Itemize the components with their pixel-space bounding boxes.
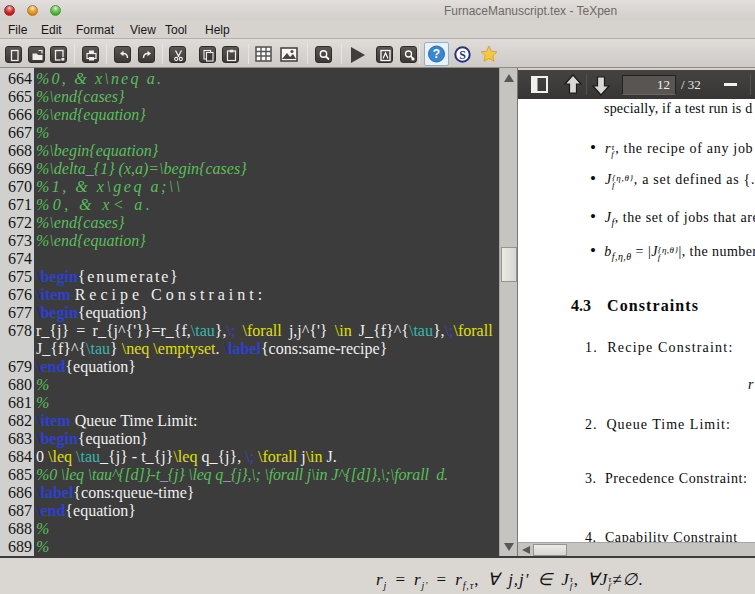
svg-text:?: ? (433, 47, 440, 61)
svg-text:S: S (459, 48, 466, 62)
